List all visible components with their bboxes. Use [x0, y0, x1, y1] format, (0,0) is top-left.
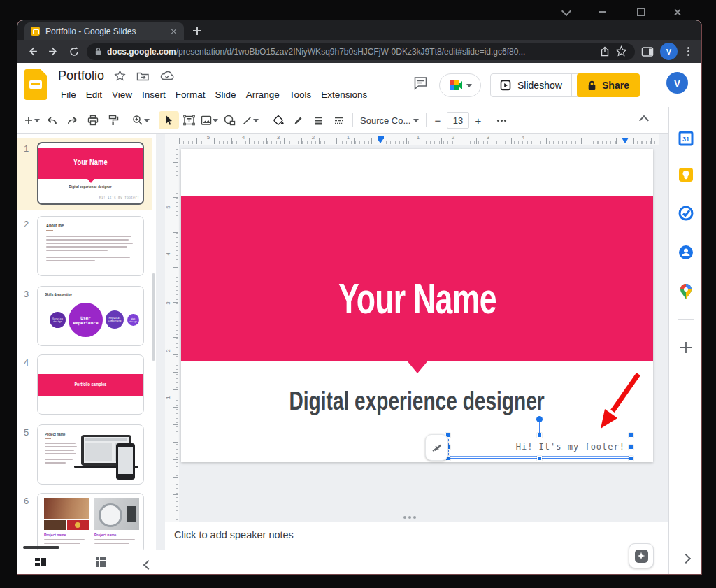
print-button[interactable]	[83, 111, 103, 129]
notes-drag-handle[interactable]	[403, 516, 406, 519]
url-text: docs.google.com/presentation/d/1woBbO15z…	[107, 47, 594, 57]
header-actions: Slideshow Share V	[17, 63, 701, 108]
slideshow-button[interactable]: Slideshow	[490, 73, 590, 97]
contacts-icon[interactable]	[678, 244, 694, 261]
calendar-icon[interactable]: 31	[678, 130, 694, 147]
slide-thumbnail-6[interactable]: Project name Project name	[37, 493, 144, 550]
select-tool-button[interactable]	[159, 111, 179, 129]
autofit-indicator-button[interactable]	[425, 434, 448, 461]
slide-subtitle[interactable]: Digital experience designer	[181, 387, 653, 416]
ruler-corner	[165, 134, 179, 145]
footer-text[interactable]: Hi! It's my footer!	[516, 436, 625, 457]
selection-handle-e[interactable]	[629, 445, 633, 450]
selection-handle-n[interactable]	[537, 433, 542, 438]
border-weight-button[interactable]	[308, 111, 329, 129]
font-size-increase-button[interactable]: +	[471, 115, 486, 127]
selection-handle-se[interactable]	[629, 456, 633, 461]
slide-thumbnail-5[interactable]: Project name	[37, 424, 144, 485]
thumb-title: Portfolio samples	[38, 382, 143, 387]
indent-marker-right[interactable]	[622, 138, 629, 143]
explore-button[interactable]	[629, 543, 654, 568]
collapse-toolbar-button[interactable]	[633, 111, 654, 129]
border-dash-button[interactable]	[329, 111, 349, 129]
thumb-caption: Project name	[94, 533, 139, 537]
vm-chevron-icon[interactable]	[559, 6, 573, 18]
vm-minimize-icon[interactable]	[596, 6, 610, 18]
grid-view-button[interactable]	[96, 557, 107, 568]
toolbar-separator	[426, 113, 427, 127]
undo-button[interactable]	[42, 111, 62, 129]
font-family-selector[interactable]: Source Co...	[357, 115, 422, 126]
thumb-title: About me	[46, 223, 69, 228]
speaker-notes-panel[interactable]: Click to add speaker notes	[165, 522, 669, 550]
zoom-button[interactable]	[131, 111, 151, 129]
forward-icon[interactable]	[45, 43, 62, 60]
new-tab-button[interactable]	[189, 23, 205, 38]
filmstrip-scrollbar[interactable]	[152, 273, 155, 361]
vm-maximize-icon[interactable]	[633, 6, 647, 18]
vm-close-icon[interactable]	[670, 6, 684, 18]
reload-icon[interactable]	[66, 43, 83, 60]
new-slide-button[interactable]	[22, 111, 42, 129]
thumb-project-left: Project name	[44, 498, 89, 544]
maps-icon[interactable]	[678, 283, 694, 300]
address-bar[interactable]: docs.google.com/presentation/d/1woBbO15z…	[87, 43, 635, 60]
font-size-decrease-button[interactable]: −	[430, 115, 445, 127]
slide-thumbnail-2[interactable]: About me	[37, 216, 144, 276]
insert-shape-button[interactable]	[220, 111, 240, 129]
vertical-ruler[interactable]: 5 4 3 2 1	[165, 145, 179, 550]
toolbar-separator	[127, 113, 127, 127]
back-icon[interactable]	[24, 43, 41, 60]
filmstrip-scroll-indicator	[23, 546, 59, 549]
filmstrip-view-button[interactable]	[34, 557, 47, 568]
slide-thumbnail-1[interactable]: Your Name Digital experience designer Hi…	[37, 142, 144, 205]
share-button[interactable]: Share	[577, 73, 640, 97]
meet-button[interactable]	[439, 73, 481, 97]
browser-avatar[interactable]: V	[660, 43, 678, 60]
slide-thumbnail-4[interactable]: Portfolio samples	[37, 354, 144, 415]
slide-number: 5	[24, 427, 29, 438]
border-color-button[interactable]	[288, 111, 308, 129]
collapse-filmstrip-button[interactable]	[145, 559, 152, 571]
side-panel-icon[interactable]	[639, 43, 656, 60]
selection-handle-ne[interactable]	[629, 433, 633, 438]
browser-menu-icon[interactable]	[687, 50, 689, 52]
filmstrip-row-4: 4 Portfolio samples	[17, 354, 152, 423]
get-addons-button[interactable]	[678, 339, 694, 356]
tab-close-icon[interactable]	[171, 28, 178, 35]
text-box-button[interactable]	[179, 111, 199, 129]
ruler-number: 4	[165, 252, 171, 255]
thumb-title: Your Name	[38, 157, 143, 167]
tab-strip: Portfolio - Google Slides	[17, 20, 701, 40]
insert-line-button[interactable]	[240, 111, 260, 129]
slide-canvas[interactable]: Your Name Digital experience designer Hi…	[181, 149, 653, 462]
browser-tab[interactable]: Portfolio - Google Slides	[24, 22, 184, 40]
bookmark-star-icon[interactable]	[615, 45, 627, 57]
filmstrip-row-1: 1 Your Name Digital experience designer …	[17, 138, 152, 210]
keep-icon[interactable]	[678, 166, 694, 183]
tab-title: Portfolio - Google Slides	[45, 27, 165, 36]
explore-icon	[635, 550, 648, 563]
indent-marker-left[interactable]	[378, 136, 384, 143]
ruler-number: 5	[165, 206, 171, 208]
thumb-paragraph	[38, 234, 134, 261]
horizontal-ruler[interactable]: 5 4 3 2 1 1 2 3 4	[179, 134, 659, 145]
ruler-number: 5	[205, 134, 212, 141]
speaker-notes-placeholder[interactable]: Click to add speaker notes	[174, 529, 294, 540]
account-avatar[interactable]: V	[666, 72, 688, 94]
expand-side-panel-button[interactable]	[678, 550, 694, 567]
insert-image-button[interactable]	[199, 111, 220, 129]
share-link-icon[interactable]	[599, 46, 610, 57]
paint-format-button[interactable]	[103, 111, 123, 129]
selection-handle-s[interactable]	[537, 456, 542, 461]
tasks-icon[interactable]	[678, 205, 694, 222]
more-options-button[interactable]	[492, 111, 512, 129]
redo-button[interactable]	[62, 111, 83, 129]
fill-color-button[interactable]	[268, 111, 288, 129]
slide-title[interactable]: Your Name	[181, 273, 653, 323]
comment-icon[interactable]	[413, 76, 429, 91]
bottom-bar	[17, 550, 669, 575]
rotation-handle[interactable]	[536, 416, 543, 422]
font-size-value[interactable]: 13	[447, 112, 469, 129]
slide-thumbnail-3[interactable]: Skills & expertise Service design User e…	[37, 286, 144, 346]
